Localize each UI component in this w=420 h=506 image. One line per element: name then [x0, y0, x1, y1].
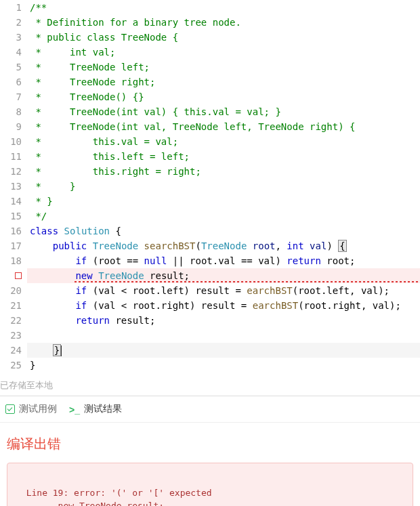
- code-line[interactable]: * int val;: [27, 45, 420, 60]
- code-token: int: [287, 240, 303, 251]
- code-line[interactable]: /**: [27, 0, 420, 15]
- error-message-text: Line 19: error: '(' or '[' expected new …: [16, 488, 212, 507]
- code-editor[interactable]: 123456789101112131415161718202122232425 …: [0, 0, 420, 373]
- code-token: * }: [30, 196, 53, 207]
- code-line[interactable]: * }: [27, 194, 420, 209]
- tab-result-label: 测试结果: [84, 403, 122, 415]
- code-token: TreeNode: [93, 240, 138, 251]
- code-token: root;: [321, 255, 356, 266]
- code-line[interactable]: public TreeNode searchBST(TreeNode root,…: [27, 238, 420, 253]
- code-token: * public class TreeNode {: [30, 32, 178, 43]
- line-number: 13: [0, 179, 22, 194]
- code-token: null: [144, 255, 167, 266]
- line-number: 4: [0, 45, 22, 60]
- code-token: return: [287, 255, 321, 266]
- code-token: (root.right, val);: [298, 300, 401, 311]
- check-icon: [5, 404, 15, 414]
- tab-testcase-label: 测试用例: [19, 403, 57, 415]
- code-token: [30, 240, 53, 251]
- code-token: earchBST: [247, 285, 292, 296]
- code-token: class: [30, 226, 58, 236]
- code-token: public: [53, 240, 87, 251]
- line-number: 22: [0, 313, 22, 328]
- code-token: result;: [144, 270, 190, 281]
- code-token: [30, 300, 75, 311]
- prompt-icon: >_: [69, 404, 80, 414]
- code-line[interactable]: * TreeNode right;: [27, 75, 420, 89]
- code-line[interactable]: if (val < root.left) result = earchBST(r…: [27, 283, 420, 298]
- error-output: Line 19: error: '(' or '[' expected new …: [7, 463, 413, 506]
- line-number: 20: [0, 283, 22, 298]
- code-token: [87, 240, 92, 251]
- line-number: 1: [0, 0, 22, 15]
- code-token: (root.left, val);: [293, 285, 390, 296]
- code-token: [30, 345, 53, 356]
- code-line[interactable]: return result;: [27, 313, 420, 328]
- code-token: root: [253, 240, 276, 251]
- line-number: 14: [0, 194, 22, 209]
- code-token: return: [75, 315, 110, 326]
- line-number: 16: [0, 224, 22, 238]
- code-token: }: [53, 344, 61, 356]
- tab-testcase[interactable]: 测试用例: [5, 403, 57, 415]
- code-token: (root ==: [87, 255, 144, 266]
- line-number: 6: [0, 75, 22, 89]
- code-token: * Definition for a binary tree node.: [30, 17, 241, 28]
- code-line[interactable]: new TreeNode result;: [27, 268, 420, 283]
- code-token: * TreeNode() {}: [30, 91, 144, 102]
- code-line[interactable]: * public class TreeNode {: [27, 30, 420, 45]
- code-token: * this.right = right;: [30, 166, 201, 177]
- code-line[interactable]: * TreeNode(int val, TreeNode left, TreeN…: [27, 119, 420, 134]
- line-number: 2: [0, 15, 22, 30]
- line-number: 15: [0, 209, 22, 224]
- code-line[interactable]: * }: [27, 179, 420, 194]
- code-line[interactable]: }: [27, 358, 420, 373]
- code-token: TreeNode: [201, 240, 247, 251]
- line-number: 11: [0, 149, 22, 164]
- code-line[interactable]: * this.left = left;: [27, 149, 420, 164]
- tab-result[interactable]: >_ 测试结果: [69, 403, 122, 415]
- code-token: (val < root.left) result =: [87, 285, 247, 296]
- code-token: [30, 285, 75, 296]
- code-token: * TreeNode right;: [30, 77, 155, 87]
- code-token: (: [195, 240, 201, 251]
- code-token: if: [75, 255, 87, 266]
- code-line[interactable]: * TreeNode() {}: [27, 89, 420, 104]
- code-token: * TreeNode(int val, TreeNode left, TreeN…: [30, 121, 355, 132]
- code-line[interactable]: class Solution {: [27, 224, 420, 238]
- code-line[interactable]: * TreeNode left;: [27, 60, 420, 75]
- code-token: * }: [30, 181, 75, 192]
- line-number: 23: [0, 328, 22, 343]
- code-token: [58, 226, 64, 236]
- code-token: earchBST: [253, 300, 298, 311]
- code-line[interactable]: */: [27, 209, 420, 224]
- code-token: /**: [30, 2, 47, 13]
- code-token: {: [110, 226, 121, 236]
- code-token: * this.val = val;: [30, 136, 178, 147]
- code-line[interactable]: * Definition for a binary tree node.: [27, 15, 420, 30]
- code-token: || root.val == val): [167, 255, 287, 266]
- code-token: }: [30, 360, 35, 371]
- code-token: ,: [276, 240, 287, 251]
- line-number: 25: [0, 358, 22, 373]
- code-token: [93, 270, 98, 281]
- code-token: if: [75, 285, 87, 296]
- code-token: (val < root.right) result =: [87, 300, 252, 311]
- code-token: [304, 240, 310, 251]
- line-number: 21: [0, 298, 22, 313]
- code-line[interactable]: if (root == null || root.val == val) ret…: [27, 253, 420, 268]
- code-line[interactable]: * TreeNode(int val) { this.val = val; }: [27, 104, 420, 119]
- code-line[interactable]: [27, 328, 420, 343]
- code-line[interactable]: if (val < root.right) result = earchBST(…: [27, 298, 420, 313]
- line-number: 24: [0, 343, 22, 358]
- code-token: [30, 270, 75, 281]
- error-marker-icon[interactable]: [15, 272, 22, 279]
- code-area[interactable]: /** * Definition for a binary tree node.…: [27, 0, 420, 373]
- code-token: * TreeNode left;: [30, 62, 150, 72]
- code-token: {: [338, 240, 346, 252]
- code-line[interactable]: * this.right = right;: [27, 164, 420, 179]
- code-token: ): [327, 240, 338, 251]
- code-line[interactable]: * this.val = val;: [27, 134, 420, 149]
- line-number: 12: [0, 164, 22, 179]
- code-line[interactable]: }: [27, 343, 420, 358]
